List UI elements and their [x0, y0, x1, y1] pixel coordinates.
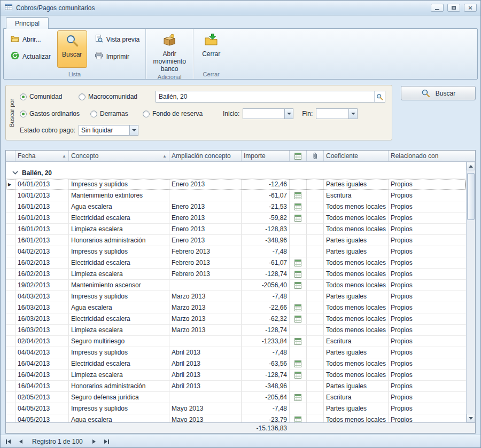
- table-row[interactable]: 16/02/2013Limpieza escaleraFebrero 2013-…: [6, 269, 466, 280]
- abrir-movimiento-banco-button[interactable]: Abrir movimiento banco: [149, 30, 190, 74]
- group-row[interactable]: Bailén, 20: [6, 167, 466, 179]
- column-header-coeficiente[interactable]: Coeficiente: [324, 151, 389, 161]
- vista-previa-button[interactable]: Vista previa: [92, 33, 142, 45]
- document-icon: [294, 416, 301, 423]
- scroll-down-button[interactable]: [467, 414, 475, 422]
- table-row[interactable]: ▶04/01/2013Impresos y suplidosEnero 2013…: [6, 179, 466, 190]
- cell-importe: -23,79: [242, 414, 290, 422]
- cell-importe: -1233,84: [242, 336, 290, 347]
- table-row[interactable]: 04/05/2013Impresos y suplidosMayo 2013-7…: [6, 403, 466, 414]
- table-row[interactable]: 04/05/2013Agua escaleraMayo 2013-23,79To…: [6, 414, 466, 422]
- dropdown-button[interactable]: [284, 109, 293, 119]
- actualizar-button[interactable]: Actualizar: [8, 50, 53, 62]
- cell-coeficiente: Partes iguales: [324, 403, 389, 414]
- radio-dot-icon: [20, 93, 27, 100]
- table-row[interactable]: 16/04/2013Honorarios administraciónAbril…: [6, 381, 466, 392]
- first-record-button[interactable]: [4, 438, 13, 445]
- table-row[interactable]: 16/03/2013Electricidad escaleraMarzo 201…: [6, 313, 466, 325]
- radio-fondo-reserva[interactable]: Fondo de reserva: [143, 110, 214, 117]
- cell-attachment: [307, 403, 324, 414]
- dropdown-button[interactable]: [348, 109, 357, 119]
- table-row[interactable]: 02/04/2013Seguro multiriesgo-1233,84Escr…: [6, 336, 466, 347]
- table-row[interactable]: 16/01/2013Agua escaleraEnero 2013-21,53T…: [6, 201, 466, 213]
- table-row[interactable]: 02/05/2013Seguro defensa jurídica-205,64…: [6, 392, 466, 403]
- last-record-button[interactable]: [102, 438, 111, 445]
- cell-importe: -128,83: [242, 224, 290, 235]
- buscar-ribbon-button[interactable]: Buscar: [57, 30, 87, 68]
- table-row[interactable]: 16/03/2013Agua escaleraMarzo 2013-22,66T…: [6, 302, 466, 313]
- sort-asc-icon: ▲: [161, 154, 167, 159]
- table-row[interactable]: 16/02/2013Electricidad escaleraFebrero 2…: [6, 257, 466, 269]
- column-header-ampliacion[interactable]: Ampliación concepto: [169, 151, 242, 161]
- table-row[interactable]: 16/01/2013Honorarios administraciónEnero…: [6, 235, 466, 246]
- scrollbar-track[interactable]: [467, 170, 475, 414]
- previous-record-button[interactable]: [17, 438, 25, 445]
- column-header-document[interactable]: [290, 151, 307, 161]
- cell-concepto: Limpieza escalera: [69, 325, 169, 336]
- column-header-attachment[interactable]: [307, 151, 324, 161]
- table-row[interactable]: 16/01/2013Limpieza escaleraEnero 2013-12…: [6, 224, 466, 235]
- next-record-button[interactable]: [90, 438, 98, 445]
- imprimir-button[interactable]: Imprimir: [92, 50, 142, 62]
- column-header-fecha[interactable]: Fecha ▲: [15, 151, 69, 161]
- fin-date-combo[interactable]: [316, 108, 358, 119]
- radio-comunidad[interactable]: Comunidad: [20, 93, 75, 100]
- cell-document: [290, 235, 307, 246]
- radio-gastos-label: Gastos ordinarios: [29, 110, 80, 117]
- radio-dot-icon: [79, 93, 86, 100]
- tab-principal[interactable]: Principal: [6, 17, 49, 29]
- cell-document: [290, 280, 307, 291]
- radio-fondo-label: Fondo de reserva: [152, 110, 203, 117]
- cell-attachment: [307, 302, 324, 313]
- table-row[interactable]: 16/04/2013Electricidad escaleraAbril 201…: [6, 358, 466, 370]
- table-row[interactable]: 04/04/2013Impresos y suplidosAbril 2013-…: [6, 347, 466, 358]
- abrir-button[interactable]: Abrir...: [8, 33, 53, 45]
- scroll-up-button[interactable]: [467, 162, 475, 170]
- cell-fecha: 16/04/2013: [15, 381, 69, 392]
- cell-concepto: Seguro defensa jurídica: [69, 392, 169, 403]
- cell-ampliacion: Febrero 2013: [169, 246, 242, 257]
- cell-coeficiente: Partes iguales: [324, 381, 389, 392]
- dropdown-button[interactable]: [129, 125, 138, 135]
- minimize-button[interactable]: [431, 4, 444, 12]
- ribbon: Abrir... Actualizar Buscar: [3, 28, 478, 80]
- column-header-concepto[interactable]: Concepto ▲: [69, 151, 169, 161]
- arrow-up-icon: [469, 163, 473, 168]
- close-button[interactable]: ×: [464, 4, 477, 12]
- cell-attachment: [307, 235, 324, 246]
- table-row[interactable]: 16/04/2013Limpieza escaleraAbril 2013-12…: [6, 370, 466, 381]
- community-lookup-button[interactable]: [374, 91, 385, 102]
- bank-box-icon: [162, 33, 176, 49]
- document-icon: [294, 260, 301, 266]
- column-header-relacionado[interactable]: Relacionado con: [389, 151, 475, 161]
- community-value: Bailén, 20: [156, 93, 374, 100]
- table-row[interactable]: 04/03/2013Impresos y suplidosMarzo 2013-…: [6, 291, 466, 302]
- cerrar-button[interactable]: Cerrar: [196, 30, 226, 68]
- scrollbar-thumb[interactable]: [467, 173, 475, 220]
- cell-importe: -128,74: [242, 370, 290, 381]
- cell-ampliacion: Abril 2013: [169, 358, 242, 370]
- inicio-date-combo[interactable]: [243, 108, 293, 119]
- cell-importe: -63,56: [242, 358, 290, 370]
- radio-macrocomunidad[interactable]: Macrocomunidad: [79, 93, 152, 100]
- table-row[interactable]: 19/02/2013Mantenimiento ascensor-2056,40…: [6, 280, 466, 291]
- radio-gastos-ordinarios[interactable]: Gastos ordinarios: [20, 110, 87, 117]
- community-search-input[interactable]: Bailén, 20: [156, 91, 385, 103]
- cell-fecha: 04/04/2013: [15, 347, 69, 358]
- table-row[interactable]: 16/01/2013Electricidad escaleraEnero 201…: [6, 213, 466, 224]
- buscar-button[interactable]: Buscar: [401, 86, 476, 100]
- table-row[interactable]: 16/03/2013Limpieza escaleraMarzo 2013-12…: [6, 325, 466, 336]
- cell-fecha: 19/02/2013: [15, 280, 69, 291]
- vertical-scrollbar[interactable]: [466, 162, 475, 422]
- cell-coeficiente: Partes iguales: [324, 291, 389, 302]
- table-row[interactable]: 10/01/2013Mantenimiento extintores-61,07…: [6, 190, 466, 201]
- table-row[interactable]: 04/02/2013Impresos y suplidosFebrero 201…: [6, 246, 466, 257]
- maximize-icon: [452, 6, 456, 10]
- cell-fecha: 04/05/2013: [15, 403, 69, 414]
- column-header-importe[interactable]: Importe: [242, 151, 290, 161]
- radio-derramas[interactable]: Derramas: [90, 110, 139, 117]
- row-indicator-cell: ▶: [6, 179, 15, 190]
- cell-ampliacion: Mayo 2013: [169, 403, 242, 414]
- estado-combo[interactable]: Sin liquidar: [79, 125, 138, 136]
- maximize-button[interactable]: [447, 4, 460, 12]
